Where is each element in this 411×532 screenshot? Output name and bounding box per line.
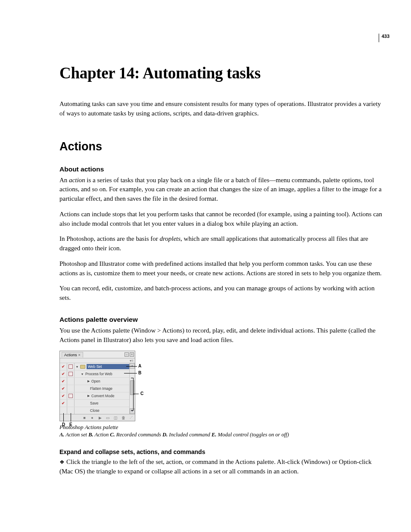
trash-icon[interactable]: 🗑: [121, 416, 125, 420]
legend-text: Recorded commands: [115, 432, 162, 438]
body-paragraph: Photoshop and Illustrator come with pred…: [59, 259, 385, 278]
subhead-expand-collapse: Expand and collapse sets, actions, and c…: [59, 448, 385, 455]
stop-button-icon[interactable]: ■: [82, 416, 87, 420]
command-label: Close: [90, 408, 100, 413]
legend-text: Included command: [168, 432, 212, 438]
text: An: [59, 177, 69, 184]
legend-key: A.: [59, 432, 64, 438]
palette-flyout-row: ▾≡: [60, 358, 135, 363]
callout-line: [124, 373, 137, 373]
action-set-label: Web Set: [87, 364, 129, 369]
toggle-include-icon[interactable]: ✔: [60, 378, 67, 385]
disclosure-triangle-icon[interactable]: ▼: [75, 365, 79, 368]
row-content: ▼ Web Set: [75, 364, 129, 369]
chapter-title: Chapter 14: Automating tasks: [59, 64, 385, 82]
figure-actions-palette: Actions × – × ▾≡ ✔: [59, 351, 385, 438]
row-content: ▶ Open: [75, 379, 129, 383]
command-row[interactable]: ✔ Flatten Image: [60, 385, 129, 392]
page: 433 Chapter 14: Automating tasks Automat…: [0, 0, 411, 502]
scroll-down-icon[interactable]: ▾: [130, 408, 135, 414]
figure-wrapper: Actions × – × ▾≡ ✔: [59, 351, 135, 421]
toggle-include-icon[interactable]: ✔: [60, 370, 67, 377]
body-paragraph: You can record, edit, customize, and bat…: [59, 284, 385, 303]
command-label: Flatten Image: [90, 386, 112, 391]
legend-key: D.: [162, 432, 168, 438]
toggle-modal-icon[interactable]: [67, 392, 75, 399]
bullet-paragraph: ❖Click the triangle to the left of the s…: [59, 457, 385, 476]
command-row[interactable]: ✔ ▶ Open: [60, 378, 129, 385]
palette-window-controls: – ×: [125, 352, 134, 357]
folder-icon: [80, 365, 85, 369]
palette-footer: ■ ● ▶ ▭ ◫ 🗑 ⋰: [60, 414, 135, 421]
body-paragraph: You use the Actions palette (Window > Ac…: [59, 326, 385, 345]
italic-term: droplets: [159, 235, 181, 242]
callout-line: [126, 366, 137, 367]
toggle-modal-icon[interactable]: [67, 400, 75, 407]
callout-line: [134, 394, 139, 394]
action-set-row[interactable]: ✔ ▼ Web Set: [60, 363, 129, 370]
legend-key: C.: [110, 432, 115, 438]
callout-line: [71, 413, 71, 422]
row-content: ▼ Process for Web: [75, 372, 129, 376]
legend-text: Modal control (toggles on or off): [216, 432, 289, 438]
row-content: Save: [75, 401, 129, 405]
record-button-icon[interactable]: ●: [90, 416, 94, 420]
body-paragraph: Actions can include stops that let you p…: [59, 210, 385, 229]
bullet-icon: ❖: [59, 459, 66, 465]
close-window-icon[interactable]: ×: [130, 352, 134, 357]
text: Click the triangle to the left of the se…: [59, 458, 371, 475]
palette-header: Actions × – ×: [60, 351, 135, 358]
legend-key: E.: [212, 432, 216, 438]
row-content: Flatten Image: [75, 386, 129, 391]
new-action-icon[interactable]: ◫: [113, 416, 118, 420]
disclosure-triangle-icon[interactable]: ▶: [87, 394, 90, 398]
palette-body: ✔ ▼ Web Set ✔ ▼: [60, 363, 135, 414]
legend-text: Action: [93, 432, 110, 438]
new-set-icon[interactable]: ▭: [106, 416, 110, 420]
callout-line: [131, 410, 134, 411]
callout-label-c: C: [140, 391, 143, 396]
row-content: ▶ Convert Mode: [75, 394, 129, 398]
toggle-include-icon[interactable]: ✔: [60, 392, 67, 399]
minimize-icon[interactable]: –: [125, 352, 129, 357]
scroll-thumb[interactable]: [130, 380, 134, 395]
actions-palette: Actions × – × ▾≡ ✔: [59, 351, 135, 421]
body-paragraph: In Photoshop, actions are the basis for …: [59, 234, 385, 253]
legend-key: B.: [88, 432, 93, 438]
callout-label-b: B: [138, 370, 141, 375]
action-label: Process for Web: [85, 372, 112, 376]
callout-line: [131, 378, 134, 378]
close-icon[interactable]: ×: [78, 353, 81, 357]
toggle-modal-icon[interactable]: [67, 378, 75, 385]
palette-list: ✔ ▼ Web Set ✔ ▼: [60, 363, 129, 414]
play-button-icon[interactable]: ▶: [98, 416, 102, 420]
command-row[interactable]: ✔ ▶ Convert Mode: [60, 392, 129, 400]
action-row[interactable]: ✔ ▼ Process for Web: [60, 370, 129, 378]
toggle-include-icon[interactable]: ✔: [60, 385, 67, 392]
command-row[interactable]: ✔ Save: [60, 400, 129, 407]
palette-tab[interactable]: Actions ×: [62, 352, 83, 358]
resize-grip-icon[interactable]: ⋰: [129, 416, 133, 420]
disclosure-triangle-icon[interactable]: ▶: [87, 380, 90, 383]
toggle-include-icon[interactable]: ✔: [60, 363, 67, 370]
italic-term: action: [69, 177, 85, 184]
toggle-include-icon[interactable]: ✔: [60, 400, 67, 407]
toggle-modal-icon[interactable]: [67, 363, 75, 370]
figure-caption: Photoshop Actions palette: [59, 424, 385, 431]
subhead-about-actions: About actions: [59, 165, 385, 173]
toggle-modal-icon[interactable]: [67, 385, 75, 392]
page-number-rule: 433: [379, 34, 389, 42]
body-paragraph: An action is a series of tasks that you …: [59, 176, 385, 204]
callout-label-e: E: [69, 422, 72, 427]
scrollbar[interactable]: ▴ ▾: [129, 363, 135, 414]
text: is a series of tasks that you play back …: [59, 177, 382, 202]
disclosure-triangle-icon[interactable]: ▼: [81, 373, 84, 376]
figure-legend: A. Action set B. Action C. Recorded comm…: [59, 432, 385, 438]
section-heading-actions: Actions: [59, 140, 385, 153]
toggle-modal-icon[interactable]: [67, 370, 75, 377]
flyout-menu-icon[interactable]: ▾≡: [130, 359, 134, 363]
callout-bracket: [133, 378, 134, 410]
palette-tab-label: Actions: [64, 353, 77, 357]
callout-label-a: A: [138, 364, 141, 368]
page-number: 433: [382, 34, 389, 39]
